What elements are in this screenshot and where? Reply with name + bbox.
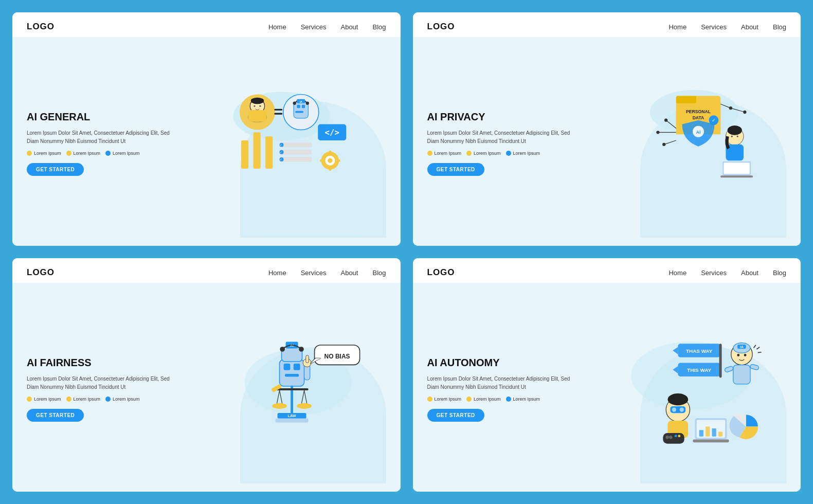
svg-rect-38 xyxy=(329,168,332,171)
content-ai-fairness: AI FAIRNESS Lorem Ipsum Dolor Sit Amet, … xyxy=(27,289,177,483)
svg-rect-72 xyxy=(294,364,300,370)
svg-point-90 xyxy=(273,403,287,409)
logo-ai-fairness: LOGO xyxy=(27,267,55,278)
svg-rect-57 xyxy=(724,163,749,174)
svg-point-17 xyxy=(306,102,309,105)
nav-blog-2[interactable]: Blog xyxy=(773,23,786,31)
content-ai-autonomy: AI AUTONOMY Lorem Ipsum Dolor Sit Amet, … xyxy=(427,289,578,483)
svg-ai-privacy: PERSONAL DATA Ai ✓ xyxy=(578,84,786,197)
svg-rect-28 xyxy=(280,150,312,154)
svg-ai-general: iA </> ✓ ✓ ✓ xyxy=(177,84,386,197)
btn-start-3[interactable]: GET STARTED xyxy=(27,409,84,422)
body-ai-fairness: AI FAIRNESS Lorem Ipsum Dolor Sit Amet, … xyxy=(12,283,401,492)
svg-rect-73 xyxy=(285,374,299,377)
nav-services-1[interactable]: Services xyxy=(301,23,327,31)
svg-rect-23 xyxy=(254,132,261,169)
svg-rect-114 xyxy=(750,364,759,370)
nav-home-3[interactable]: Home xyxy=(268,269,286,277)
card-ai-privacy: LOGO Home Services About Blog AI PRIVACY… xyxy=(413,12,801,246)
svg-rect-133 xyxy=(706,427,710,437)
svg-rect-70 xyxy=(280,359,304,386)
nav-services-4[interactable]: Services xyxy=(701,269,727,277)
illustration-ai-fairness: Ai NO BIAS xyxy=(177,289,386,483)
nav-home-4[interactable]: Home xyxy=(669,269,686,277)
illustration-ai-autonomy: THAS WAY THIS WAY iA xyxy=(578,289,786,483)
svg-rect-37 xyxy=(329,151,332,154)
desc-ai-fairness: Lorem Ipsum Dolor Sit Amet, Consectetuer… xyxy=(27,375,177,391)
svg-point-125 xyxy=(665,436,669,439)
svg-rect-131 xyxy=(693,439,729,442)
content-ai-privacy: AI PRIVACY Lorem Ipsum Dolor Sit Amet, C… xyxy=(427,43,578,238)
svg-point-110 xyxy=(737,354,739,356)
btn-start-1[interactable]: GET STARTED xyxy=(27,163,84,176)
svg-rect-95 xyxy=(276,418,309,422)
nav-about-4[interactable]: About xyxy=(741,269,758,277)
tag-4-2: Lorem Ipsum xyxy=(466,397,501,402)
desc-ai-autonomy: Lorem Ipsum Dolor Sit Amet, Consectetuer… xyxy=(427,375,578,391)
svg-ai-fairness: Ai NO BIAS xyxy=(177,325,386,448)
illustration-ai-privacy: PERSONAL DATA Ai ✓ xyxy=(578,43,786,238)
svg-rect-13 xyxy=(297,105,300,108)
tag-1-2: Lorem Ipsum xyxy=(66,151,101,156)
svg-text:THAS WAY: THAS WAY xyxy=(686,348,713,354)
svg-text:THIS WAY: THIS WAY xyxy=(687,367,711,373)
body-ai-autonomy: AI AUTONOMY Lorem Ipsum Dolor Sit Amet, … xyxy=(413,283,801,492)
svg-text:NO BIAS: NO BIAS xyxy=(324,353,350,360)
svg-point-93 xyxy=(297,403,312,409)
nav-blog-3[interactable]: Blog xyxy=(372,269,386,277)
nav-blog-1[interactable]: Blog xyxy=(372,23,386,31)
svg-point-127 xyxy=(675,435,677,437)
nav-blog-4[interactable]: Blog xyxy=(773,269,786,277)
content-ai-general: AI GENERAL Lorem Ipsum Dolor Sit Amet, C… xyxy=(27,43,177,238)
svg-text:LAW: LAW xyxy=(288,413,296,418)
nav-about-2[interactable]: About xyxy=(741,23,758,31)
svg-text:iA: iA xyxy=(300,100,303,103)
svg-point-121 xyxy=(679,407,683,411)
svg-text:✓: ✓ xyxy=(280,151,283,154)
btn-start-2[interactable]: GET STARTED xyxy=(427,163,484,176)
nav-ai-general: LOGO Home Services About Blog xyxy=(12,12,401,37)
nav-ai-autonomy: LOGO Home Services About Blog xyxy=(413,258,801,283)
svg-point-8 xyxy=(260,105,261,107)
nav-home-2[interactable]: Home xyxy=(669,23,686,31)
svg-text:✓: ✓ xyxy=(280,158,283,161)
logo-ai-autonomy: LOGO xyxy=(427,267,455,278)
btn-start-4[interactable]: GET STARTED xyxy=(427,409,484,422)
title-ai-fairness: AI FAIRNESS xyxy=(27,356,177,369)
nav-links-ai-privacy: Home Services About Blog xyxy=(669,23,786,31)
card-ai-fairness: LOGO Home Services About Blog AI FAIRNES… xyxy=(12,258,401,492)
nav-ai-privacy: LOGO Home Services About Blog xyxy=(413,12,801,37)
body-ai-privacy: AI PRIVACY Lorem Ipsum Dolor Sit Amet, C… xyxy=(413,37,801,246)
svg-rect-105 xyxy=(719,344,721,377)
svg-rect-6 xyxy=(251,99,264,103)
svg-rect-14 xyxy=(302,105,305,108)
svg-text:Ai: Ai xyxy=(696,130,701,135)
nav-about-1[interactable]: About xyxy=(340,23,358,31)
svg-rect-40 xyxy=(337,159,340,162)
tag-4-3: Lorem Ipsum xyxy=(506,397,540,402)
svg-rect-25 xyxy=(280,142,312,147)
logo-ai-privacy: LOGO xyxy=(427,22,455,32)
svg-rect-4 xyxy=(249,110,267,121)
nav-services-2[interactable]: Services xyxy=(701,23,727,31)
desc-ai-privacy: Lorem Ipsum Dolor Sit Amet, Consectetuer… xyxy=(427,129,578,146)
svg-rect-10 xyxy=(275,113,283,115)
nav-home-1[interactable]: Home xyxy=(268,23,286,31)
card-ai-autonomy: LOGO Home Services About Blog AI AUTONOM… xyxy=(413,258,801,492)
nav-about-3[interactable]: About xyxy=(340,269,358,277)
nav-services-3[interactable]: Services xyxy=(301,269,327,277)
svg-text:DATA: DATA xyxy=(693,115,704,120)
svg-point-53 xyxy=(727,125,742,135)
svg-rect-71 xyxy=(284,364,291,370)
svg-line-115 xyxy=(753,345,755,348)
svg-rect-15 xyxy=(296,111,304,113)
tags-ai-fairness: Lorem Ipsum Lorem Ipsum Lorem Ipsum xyxy=(27,397,177,402)
desc-ai-general: Lorem Ipsum Dolor Sit Amet, Consectetuer… xyxy=(27,129,177,146)
svg-rect-22 xyxy=(241,140,248,169)
tag-1-3: Lorem Ipsum xyxy=(105,151,140,156)
svg-text:✓: ✓ xyxy=(712,117,716,123)
svg-point-61 xyxy=(662,143,665,146)
svg-point-122 xyxy=(667,393,688,405)
svg-point-36 xyxy=(328,158,333,163)
title-ai-autonomy: AI AUTONOMY xyxy=(427,356,578,369)
